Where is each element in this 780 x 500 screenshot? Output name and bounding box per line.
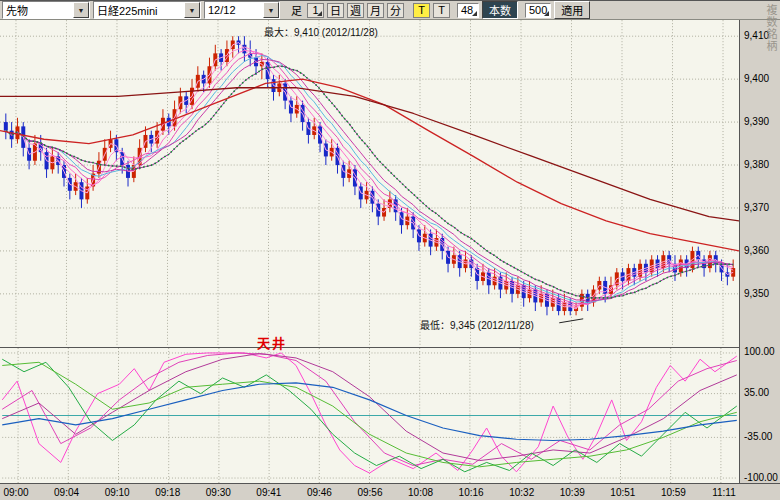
apply-button[interactable]: 適用 [554,1,590,19]
time-label: 09:46 [307,487,332,498]
price-axis-label: 9,400 [744,73,769,84]
instrument-type-value: 先物 [3,2,31,18]
candle-body [4,122,8,131]
symbol-value: 日経225mini [94,2,161,18]
trading-chart-window: 先物 ▼ 日経225mini ▼ 12/12 ▼ 足 1 日 週 月 分 T T… [0,0,780,500]
span-input[interactable]: 500 [525,3,551,18]
time-label: 10:16 [459,487,484,498]
contract-month-value: 12/12 [205,4,239,16]
period-month-button[interactable]: 月 [367,3,384,18]
period-minute-label: 分 [390,2,401,18]
time-label: 10:39 [560,487,585,498]
time-label: 11:11 [712,487,736,498]
oscillator-area: 100.0035.00-35.00-100.00 [0,347,780,483]
time-label: 09:10 [105,487,130,498]
contract-month-dropdown[interactable]: 12/12 ▼ [204,1,280,19]
toolbar: 先物 ▼ 日経225mini ▼ 12/12 ▼ 足 1 日 週 月 分 T T… [0,1,780,20]
osc-axis-label: -35.00 [744,431,772,442]
tick-button[interactable]: T [413,3,430,18]
period-week-button[interactable]: 週 [347,3,364,18]
price-axis-label: 9,370 [744,202,769,213]
time-label: 09:04 [54,487,79,498]
time-label: 10:59 [661,487,686,498]
multi-symbol-vertical-label[interactable]: 複数銘柄 [763,4,779,52]
osc-axis-label: -100.00 [744,472,778,483]
time-label: 09:30 [206,487,231,498]
chevron-down-icon[interactable]: ▼ [73,2,89,18]
time-label: 10:08 [408,487,433,498]
tick2-button[interactable]: T [433,3,450,18]
time-label: 09:41 [256,487,281,498]
bar-type-label: 足 [289,2,304,18]
ceiling-annotation: 天井 [257,333,287,352]
chevron-down-icon[interactable]: ▼ [184,2,200,18]
bar-count-button[interactable]: 本数 [482,1,518,19]
price-axis-label: 9,350 [744,288,769,299]
time-label: 10:51 [610,487,635,498]
instrument-type-dropdown[interactable]: 先物 ▼ [2,1,90,19]
oscillator-axis: 100.0035.00-35.00-100.00 [741,347,780,483]
time-label: 09:56 [357,487,382,498]
candlestick-chart[interactable] [0,20,740,347]
time-label: 09:00 [3,487,28,498]
time-axis: 09:0009:0409:1009:1809:3009:4109:4609:56… [0,483,780,500]
symbol-dropdown[interactable]: 日経225mini ▼ [93,1,201,19]
osc-axis-label: 35.00 [744,387,769,398]
price-axis: 9,4109,4009,3909,3809,3709,3609,350 [741,20,780,347]
chevron-down-icon[interactable]: ▼ [263,2,279,18]
price-axis-label: 9,380 [744,159,769,170]
period-value-button[interactable]: 1 [307,3,324,18]
min-price-annotation: 最低：9,345 (2012/11/28) [420,317,534,332]
period-value: 1 [312,4,318,16]
bar-count-input[interactable]: 48 [457,3,479,18]
ma-ribbon-line [6,50,733,306]
tick2-button-label: T [438,4,445,16]
time-label: 10:32 [509,487,534,498]
osc-pink-fast [2,353,737,473]
min-pointer-line [559,319,583,323]
price-axis-label: 9,390 [744,116,769,127]
max-price-annotation: 最大：9,410 (2012/11/28) [264,24,378,39]
period-day-button[interactable]: 日 [327,3,344,18]
period-month-label: 月 [370,2,381,18]
osc-axis-label: 100.00 [744,346,775,357]
oscillator-chart[interactable] [0,347,740,483]
price-axis-label: 9,360 [744,245,769,256]
period-week-label: 週 [350,2,361,18]
time-label: 09:18 [155,487,180,498]
period-day-label: 日 [330,2,341,18]
tick-button-label: T [418,4,425,16]
period-minute-button[interactable]: 分 [387,3,404,18]
bar-count-value: 48 [461,4,473,16]
main-chart-area: 9,4109,4009,3909,3809,3709,3609,350 [0,20,780,347]
span-value: 500 [529,4,547,16]
